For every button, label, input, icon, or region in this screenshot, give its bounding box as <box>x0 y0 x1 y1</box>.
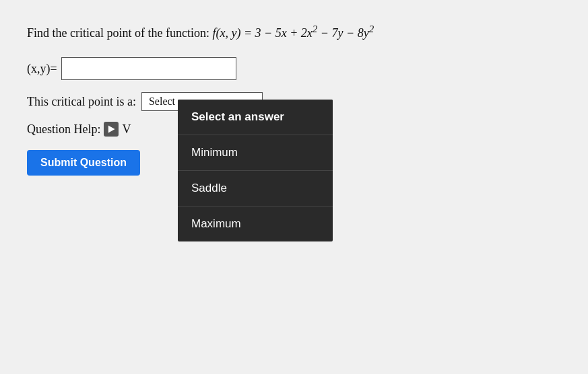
dropdown-option-maximum[interactable]: Maximum <box>178 207 333 241</box>
xy-row: (x,y)= <box>27 57 561 80</box>
question-help-label: Question Help: <box>27 122 101 137</box>
critical-label: This critical point is a: <box>27 95 136 109</box>
dropdown-option-saddle[interactable]: Saddle <box>178 171 333 207</box>
dropdown-header: Select an answer <box>178 100 333 135</box>
xy-label: (x,y)= <box>27 62 57 76</box>
dropdown-option-minimum[interactable]: Minimum <box>178 135 333 171</box>
dropdown-menu: Select an answer Minimum Saddle Maximum <box>178 100 333 241</box>
function-expression: f(x, y) = 3 − 5x + 2x2 − 7y − 8y2 <box>212 26 374 40</box>
play-icon-button[interactable] <box>104 122 119 137</box>
submit-question-button[interactable]: Submit Question <box>27 150 140 176</box>
svg-marker-0 <box>108 125 115 133</box>
xy-input[interactable] <box>61 57 236 80</box>
video-label: V <box>123 122 131 137</box>
question-text: Find the critical point of the function:… <box>27 22 561 42</box>
